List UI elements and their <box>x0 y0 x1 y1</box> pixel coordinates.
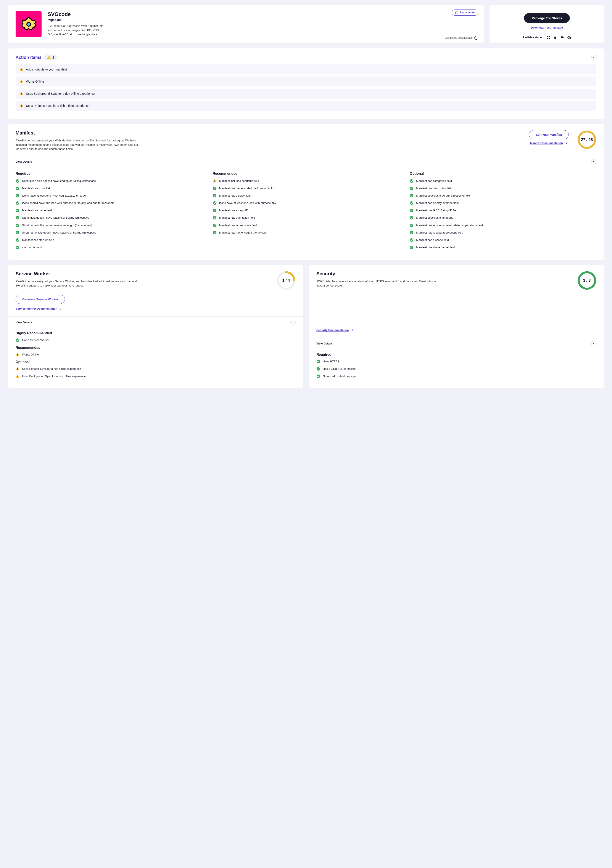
check-icon <box>16 238 19 242</box>
check-item: Icons should have one icon with purpose … <box>16 201 202 205</box>
check-item: Has a valid SSL certificate <box>316 367 596 371</box>
check-icon <box>16 186 19 190</box>
check-icon <box>410 223 413 227</box>
check-icon <box>16 201 19 205</box>
action-items-title: Action Items <box>16 55 42 60</box>
check-icon <box>16 231 19 235</box>
android-icon <box>560 36 564 39</box>
apple-icon <box>553 36 557 39</box>
check-icon <box>16 179 19 183</box>
collapse-security-button[interactable]: ▼ <box>591 341 596 346</box>
service-worker-card: Service Worker PWABuilder has analyzed y… <box>8 265 303 388</box>
check-item: Manifest specifies a language <box>410 216 596 220</box>
subsection-title: Highly Recommended <box>16 331 296 335</box>
svg-point-11 <box>562 37 563 37</box>
refresh-button[interactable] <box>474 35 479 40</box>
action-item[interactable]: Uses Periodic Sync for a rich offline ex… <box>16 101 596 111</box>
warning-icon <box>19 67 23 71</box>
arrow-right-icon <box>565 142 568 144</box>
check-icon <box>410 201 413 205</box>
manifest-score-ring: 27 / 28 <box>577 130 596 149</box>
package-card: Package For Stores Download Test Package… <box>489 5 604 43</box>
share-score-button[interactable]: Share score <box>452 9 478 16</box>
security-view-details-label[interactable]: View Details <box>316 342 333 345</box>
last-tested-text: Last tested seconds ago <box>444 36 473 39</box>
check-item: start_url is valid <box>16 245 202 250</box>
check-item: Short name field doesn't have leading or… <box>16 231 202 235</box>
manifest-card: Manifest PWABuilder has analyzed your We… <box>8 124 604 260</box>
security-description: PWABuilder has done a basic analysis of … <box>316 279 442 288</box>
manifest-documentation-link[interactable]: Manifest Documentation <box>530 141 568 145</box>
meta-icon <box>567 36 571 39</box>
check-icon <box>316 360 320 364</box>
check-icon <box>213 186 217 190</box>
check-item: Has a Service Worker <box>16 338 296 342</box>
check-icon <box>16 208 19 212</box>
check-icon <box>16 338 19 342</box>
action-item[interactable]: Add shortcuts to your manifest <box>16 64 596 74</box>
warning-icon <box>19 92 23 96</box>
download-test-package-link[interactable]: Download Test Package <box>531 26 563 29</box>
security-documentation-link[interactable]: Security Documentation <box>316 329 354 332</box>
required-column-title: Required <box>16 172 202 175</box>
svg-rect-6 <box>547 36 548 37</box>
check-item: Manifest has screenshots field <box>213 223 399 227</box>
subsection-title: Required <box>316 353 596 356</box>
warning-icon <box>19 79 23 84</box>
available-stores-label: Available stores: <box>523 36 544 39</box>
security-title: Security <box>316 271 572 277</box>
check-icon <box>213 223 217 227</box>
check-item: Manifest has display field <box>213 194 399 198</box>
warning-icon <box>19 104 23 108</box>
check-item: Manifest has categories field <box>410 179 596 183</box>
package-for-stores-button[interactable]: Package For Stores <box>524 13 570 23</box>
check-item: Manifest has name field <box>16 208 202 212</box>
check-item: Manifest has start url field <box>16 238 202 242</box>
check-item: Icons have at least one PNG icon 512x512… <box>16 194 202 198</box>
check-item: Manifest has hex encoded background colo… <box>213 186 399 190</box>
check-item: Manifest has share_target field <box>410 245 596 250</box>
subsection-title: Recommended <box>16 346 296 350</box>
check-item: Uses Periodic Sync for a rich offline ex… <box>16 367 296 371</box>
check-icon <box>410 216 413 220</box>
check-item: Description field doesn't have leading o… <box>16 179 202 183</box>
edit-manifest-button[interactable]: Edit Your Manifest <box>529 130 569 139</box>
action-item[interactable]: Works Offline <box>16 76 596 87</box>
sw-view-details-label[interactable]: View Details <box>16 321 32 324</box>
svg-point-10 <box>561 37 562 37</box>
check-item: Manifest has icons field <box>16 186 202 190</box>
optional-column-title: Optional <box>410 172 596 175</box>
check-icon <box>410 194 413 198</box>
collapse-sw-button[interactable]: ▼ <box>290 319 296 325</box>
check-item: Manifest has IARC Rating ID field <box>410 208 596 212</box>
recommended-column-title: Recommended <box>213 172 399 175</box>
generate-service-worker-button[interactable]: Generate Service Worker <box>16 295 65 304</box>
check-icon <box>316 374 320 378</box>
svg-rect-9 <box>548 38 550 39</box>
check-icon <box>16 223 19 227</box>
check-icon <box>213 208 217 212</box>
collapse-manifest-button[interactable]: ▼ <box>591 159 596 164</box>
share-icon <box>455 11 458 14</box>
check-item: Uses Background Sync for a rich offline … <box>16 374 296 378</box>
check-icon <box>16 216 19 220</box>
manifest-description: PWABuilder has analyzed your Web Manifes… <box>16 138 141 151</box>
check-item: Manifest has hex encoded theme color <box>213 231 399 235</box>
check-icon <box>410 179 413 183</box>
svg-rect-5 <box>456 11 458 13</box>
manifest-view-details-label[interactable]: View Details <box>16 160 32 163</box>
check-item: Manifest specifies a default direction o… <box>410 194 596 198</box>
security-score-ring: 3 / 3 <box>577 271 596 290</box>
check-icon <box>213 216 217 220</box>
security-card: Security PWABuilder has done a basic ana… <box>309 265 604 388</box>
check-item: Manifest has description field <box>410 186 596 190</box>
check-item: Uses HTTPS <box>316 360 596 364</box>
action-item[interactable]: Uses Background Sync for a rich offline … <box>16 89 596 99</box>
warning-icon <box>47 55 51 59</box>
subsection-title: Optional <box>16 360 296 364</box>
service-worker-documentation-link[interactable]: Service Worker Documentation <box>16 307 62 310</box>
collapse-action-items-button[interactable]: ▼ <box>591 55 596 60</box>
service-worker-score-ring: 1 / 4 <box>276 271 296 290</box>
check-icon <box>410 186 413 190</box>
check-icon <box>16 245 19 250</box>
